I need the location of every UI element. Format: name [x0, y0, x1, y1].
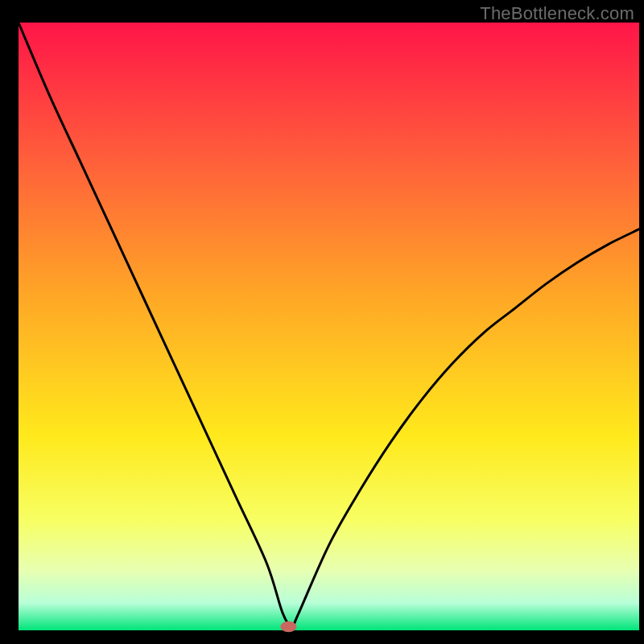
- plot-background: [19, 23, 639, 630]
- chart-container: { "watermark": "TheBottleneck.com", "cha…: [0, 0, 644, 644]
- bottleneck-marker: [280, 621, 296, 633]
- bottleneck-chart: [0, 0, 644, 644]
- watermark-text: TheBottleneck.com: [480, 3, 634, 24]
